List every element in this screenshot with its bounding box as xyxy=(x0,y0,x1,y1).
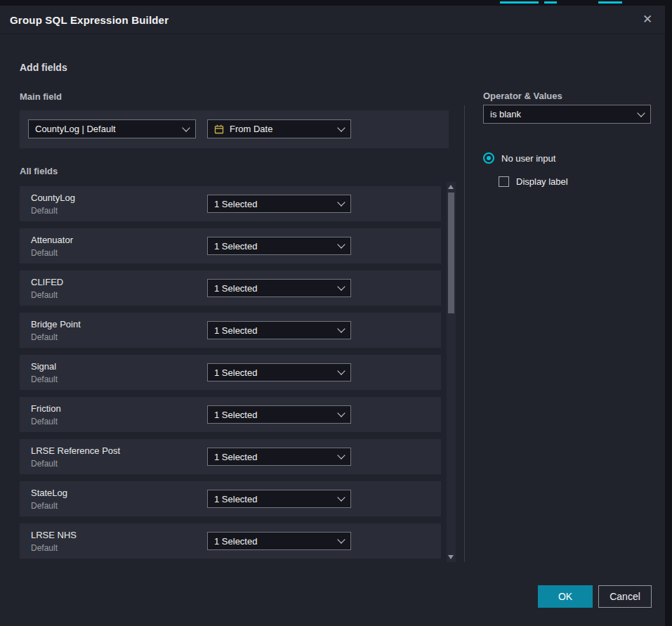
field-subtitle: Default xyxy=(31,248,58,258)
field-row: SignalDefault1 Selected xyxy=(20,355,441,390)
chevron-down-icon xyxy=(337,124,345,131)
dropdown-value: 1 Selected xyxy=(214,283,333,294)
field-selection-dropdown[interactable]: 1 Selected xyxy=(207,405,351,424)
chevron-down-icon xyxy=(337,282,345,290)
chevron-down-icon xyxy=(182,124,190,131)
display-label-label: Display label xyxy=(516,176,568,187)
radio-selected-icon xyxy=(483,152,494,164)
cancel-button[interactable]: Cancel xyxy=(598,585,652,608)
no-user-input-radio[interactable]: No user input xyxy=(483,152,555,164)
field-subtitle: Default xyxy=(31,543,58,553)
group-sql-expression-builder-dialog: Group SQL Expression Builder ✕ Add field… xyxy=(0,6,665,626)
dropdown-value: 1 Selected xyxy=(214,410,333,420)
clipped-underlying-ui xyxy=(544,1,557,4)
close-icon[interactable]: ✕ xyxy=(640,12,655,27)
field-name: LRSE NHS xyxy=(31,530,77,540)
clipped-underlying-ui xyxy=(500,1,539,4)
scroll-down-icon[interactable] xyxy=(448,555,454,559)
field-selection-dropdown[interactable]: 1 Selected xyxy=(207,279,351,297)
date-field-dropdown[interactable]: From Date xyxy=(207,119,351,138)
field-name: Friction xyxy=(31,403,61,414)
field-name: LRSE Reference Post xyxy=(31,445,120,456)
chevron-down-icon xyxy=(337,198,345,206)
field-row: FrictionDefault1 Selected xyxy=(20,397,441,432)
chevron-down-icon xyxy=(337,367,345,374)
scroll-up-icon[interactable] xyxy=(448,185,454,189)
field-row: LRSE Reference PostDefault1 Selected xyxy=(20,439,441,474)
field-row: AttenuatorDefault1 Selected xyxy=(20,228,441,263)
chevron-down-icon xyxy=(337,325,345,332)
dialog-header: Group SQL Expression Builder xyxy=(0,6,665,34)
field-row: StateLogDefault1 Selected xyxy=(20,481,441,516)
all-fields-list: CountyLogDefault1 SelectedAttenuatorDefa… xyxy=(20,186,441,566)
chevron-down-icon xyxy=(637,109,645,117)
ok-button[interactable]: OK xyxy=(538,585,593,608)
field-name: Attenuator xyxy=(31,235,73,245)
scrollbar-thumb[interactable] xyxy=(448,193,454,313)
field-subtitle: Default xyxy=(31,290,58,300)
field-row: LRSE NHSDefault1 Selected xyxy=(20,523,441,559)
field-subtitle: Default xyxy=(31,206,58,216)
vertical-scrollbar[interactable] xyxy=(447,182,456,562)
clipped-underlying-ui xyxy=(598,1,622,4)
main-field-panel: CountyLog | Default From Date xyxy=(20,110,449,148)
calendar-icon xyxy=(214,124,224,134)
dropdown-value: 1 Selected xyxy=(214,325,333,336)
field-selection-dropdown[interactable]: 1 Selected xyxy=(207,195,351,213)
field-name: Signal xyxy=(31,361,56,372)
checkbox-unchecked-icon xyxy=(499,176,509,187)
field-subtitle: Default xyxy=(31,501,58,511)
add-fields-heading: Add fields xyxy=(20,62,67,73)
field-row: CLIFEDDefault1 Selected xyxy=(20,270,441,306)
vertical-divider xyxy=(464,105,465,562)
field-name: CLIFED xyxy=(31,277,63,287)
all-fields-label: All fields xyxy=(20,166,58,176)
field-subtitle: Default xyxy=(31,374,58,384)
chevron-down-icon xyxy=(337,535,345,543)
field-subtitle: Default xyxy=(31,459,58,469)
dropdown-value: is blank xyxy=(490,109,633,119)
operator-dropdown[interactable]: is blank xyxy=(483,105,651,124)
field-selection-dropdown[interactable]: 1 Selected xyxy=(207,237,351,255)
field-selection-dropdown[interactable]: 1 Selected xyxy=(207,532,351,550)
chevron-down-icon xyxy=(337,493,345,501)
dropdown-value: CountyLog | Default xyxy=(35,124,178,134)
dropdown-value: 1 Selected xyxy=(214,199,333,209)
field-subtitle: Default xyxy=(31,417,58,426)
field-name: Bridge Point xyxy=(31,319,81,330)
field-selection-dropdown[interactable]: 1 Selected xyxy=(207,490,351,508)
dropdown-value: From Date xyxy=(230,124,333,134)
field-name: CountyLog xyxy=(31,193,75,203)
chevron-down-icon xyxy=(337,409,345,417)
dropdown-value: 1 Selected xyxy=(214,452,333,462)
display-label-checkbox[interactable]: Display label xyxy=(499,176,568,187)
field-selection-dropdown[interactable]: 1 Selected xyxy=(207,363,351,382)
source-dropdown[interactable]: CountyLog | Default xyxy=(28,119,196,138)
field-selection-dropdown[interactable]: 1 Selected xyxy=(207,448,351,466)
chevron-down-icon xyxy=(337,451,345,459)
dropdown-value: 1 Selected xyxy=(214,494,333,504)
field-row: Bridge PointDefault1 Selected xyxy=(20,313,441,348)
no-user-input-label: No user input xyxy=(501,153,555,164)
dropdown-value: 1 Selected xyxy=(214,241,333,252)
dialog-title: Group SQL Expression Builder xyxy=(10,14,169,26)
dropdown-value: 1 Selected xyxy=(214,536,333,547)
field-name: StateLog xyxy=(31,488,67,498)
field-selection-dropdown[interactable]: 1 Selected xyxy=(207,321,351,339)
chevron-down-icon xyxy=(337,240,345,248)
dropdown-value: 1 Selected xyxy=(214,367,333,378)
operator-values-heading: Operator & Values xyxy=(483,91,562,101)
main-field-label: Main field xyxy=(20,91,62,102)
field-row: CountyLogDefault1 Selected xyxy=(20,186,441,221)
field-subtitle: Default xyxy=(31,332,58,342)
